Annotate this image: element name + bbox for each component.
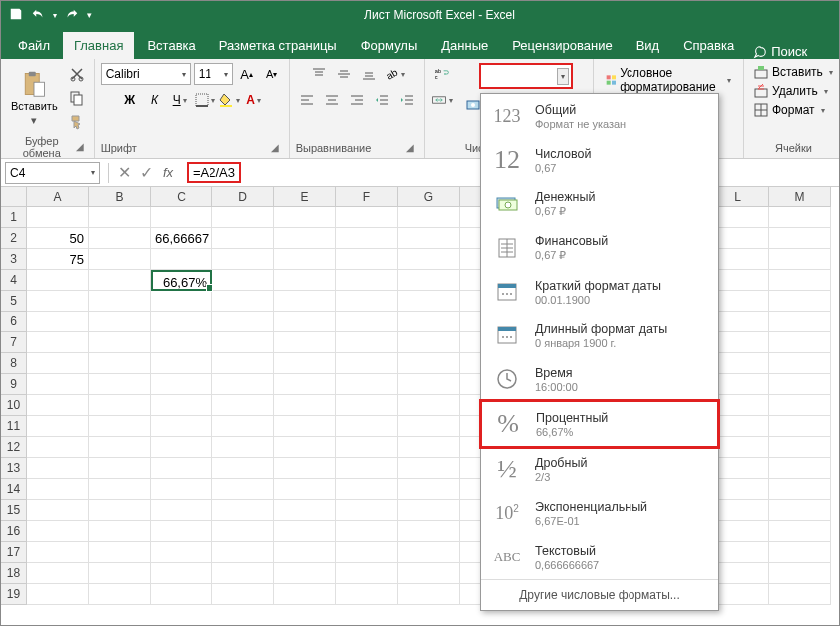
- cell-F19[interactable]: [336, 584, 398, 605]
- cell-A16[interactable]: [27, 521, 89, 542]
- font-size-select[interactable]: 11▾: [194, 63, 233, 85]
- cell-D4[interactable]: [212, 270, 274, 291]
- row-header[interactable]: 19: [1, 584, 27, 605]
- cell-B13[interactable]: [89, 458, 151, 479]
- decrease-indent-icon[interactable]: [371, 89, 393, 111]
- cell-M11[interactable]: [769, 416, 831, 437]
- cell-E18[interactable]: [274, 563, 336, 584]
- cell-B8[interactable]: [89, 353, 151, 374]
- cell-C10[interactable]: [151, 395, 212, 416]
- wrap-text-icon[interactable]: abc: [431, 63, 453, 85]
- cell-A2[interactable]: 50: [27, 228, 89, 249]
- cell-G5[interactable]: [398, 291, 460, 312]
- cell-M9[interactable]: [769, 374, 831, 395]
- format-currency[interactable]: Денежный0,67 ₽: [481, 182, 718, 226]
- format-time[interactable]: Время16:00:00: [481, 357, 718, 401]
- align-left-icon[interactable]: [296, 89, 318, 111]
- cell-C14[interactable]: [151, 479, 212, 500]
- cell-C3[interactable]: [151, 249, 212, 270]
- cell-A15[interactable]: [27, 500, 89, 521]
- format-painter-icon[interactable]: [66, 111, 88, 133]
- cell-E2[interactable]: [274, 228, 336, 249]
- row-header[interactable]: 14: [1, 479, 27, 500]
- cell-G17[interactable]: [398, 542, 460, 563]
- cell-E17[interactable]: [274, 542, 336, 563]
- column-header[interactable]: D: [212, 187, 274, 207]
- cell-B12[interactable]: [89, 437, 151, 458]
- cell-F5[interactable]: [336, 291, 398, 312]
- cell-A3[interactable]: 75: [27, 249, 89, 270]
- cell-E12[interactable]: [274, 437, 336, 458]
- cell-A14[interactable]: [27, 479, 89, 500]
- format-number[interactable]: 12 Числовой0,67: [481, 138, 718, 182]
- cell-B16[interactable]: [89, 521, 151, 542]
- cell-B10[interactable]: [89, 395, 151, 416]
- cell-F3[interactable]: [336, 249, 398, 270]
- align-top-icon[interactable]: [308, 63, 330, 85]
- cell-F16[interactable]: [336, 521, 398, 542]
- cell-F15[interactable]: [336, 500, 398, 521]
- bold-icon[interactable]: Ж: [119, 89, 141, 111]
- cell-G15[interactable]: [398, 500, 460, 521]
- orientation-icon[interactable]: ab▾: [383, 63, 405, 85]
- more-number-formats[interactable]: Другие числовые форматы...: [481, 579, 718, 610]
- cell-A18[interactable]: [27, 563, 89, 584]
- save-icon[interactable]: [9, 7, 23, 24]
- tab-view[interactable]: Вид: [626, 32, 671, 59]
- format-general[interactable]: 123 ОбщийФормат не указан: [481, 94, 718, 138]
- cell-F11[interactable]: [336, 416, 398, 437]
- cell-A4[interactable]: [27, 270, 89, 291]
- cell-F9[interactable]: [336, 374, 398, 395]
- cell-F6[interactable]: [336, 312, 398, 332]
- cell-A7[interactable]: [27, 332, 89, 353]
- cell-A11[interactable]: [27, 416, 89, 437]
- cell-D3[interactable]: [212, 249, 274, 270]
- italic-icon[interactable]: К: [144, 89, 166, 111]
- cell-E19[interactable]: [274, 584, 336, 605]
- format-longdate[interactable]: Длинный формат даты0 января 1900 г.: [481, 313, 718, 357]
- cell-C5[interactable]: [151, 291, 212, 312]
- column-header[interactable]: C: [151, 187, 212, 207]
- cancel-formula-icon[interactable]: ✕: [113, 162, 135, 184]
- tab-layout[interactable]: Разметка страницы: [209, 32, 348, 59]
- cell-D10[interactable]: [212, 395, 274, 416]
- decrease-font-icon[interactable]: A▾: [261, 63, 283, 85]
- row-header[interactable]: 1: [1, 207, 27, 228]
- tab-search[interactable]: Поиск: [753, 44, 807, 59]
- cell-C13[interactable]: [151, 458, 212, 479]
- row-header[interactable]: 7: [1, 332, 27, 353]
- column-header[interactable]: A: [27, 187, 89, 207]
- cell-E9[interactable]: [274, 374, 336, 395]
- cell-C11[interactable]: [151, 416, 212, 437]
- name-box[interactable]: C4▾: [5, 162, 100, 184]
- cell-D2[interactable]: [212, 228, 274, 249]
- cell-B4[interactable]: [89, 270, 151, 291]
- cell-D16[interactable]: [212, 521, 274, 542]
- cell-C4[interactable]: 66,67%: [151, 270, 212, 291]
- cell-B7[interactable]: [89, 332, 151, 353]
- row-header[interactable]: 4: [1, 270, 27, 291]
- cell-D7[interactable]: [212, 332, 274, 353]
- tab-home[interactable]: Главная: [63, 32, 134, 59]
- clipboard-launcher[interactable]: ◢: [76, 141, 87, 153]
- row-header[interactable]: 12: [1, 437, 27, 458]
- cell-E6[interactable]: [274, 312, 336, 332]
- row-header[interactable]: 10: [1, 395, 27, 416]
- cell-F13[interactable]: [336, 458, 398, 479]
- cell-B3[interactable]: [89, 249, 151, 270]
- increase-indent-icon[interactable]: [396, 89, 418, 111]
- merge-icon[interactable]: ▾: [431, 89, 453, 111]
- cell-D6[interactable]: [212, 312, 274, 332]
- paste-button[interactable]: Вставить ▾: [7, 68, 62, 129]
- cell-D1[interactable]: [212, 207, 274, 228]
- cell-M16[interactable]: [769, 521, 831, 542]
- cell-A17[interactable]: [27, 542, 89, 563]
- cell-E5[interactable]: [274, 291, 336, 312]
- cell-F4[interactable]: [336, 270, 398, 291]
- cell-C9[interactable]: [151, 374, 212, 395]
- cell-D5[interactable]: [212, 291, 274, 312]
- cell-M14[interactable]: [769, 479, 831, 500]
- cell-B15[interactable]: [89, 500, 151, 521]
- cell-G12[interactable]: [398, 437, 460, 458]
- cell-B1[interactable]: [89, 207, 151, 228]
